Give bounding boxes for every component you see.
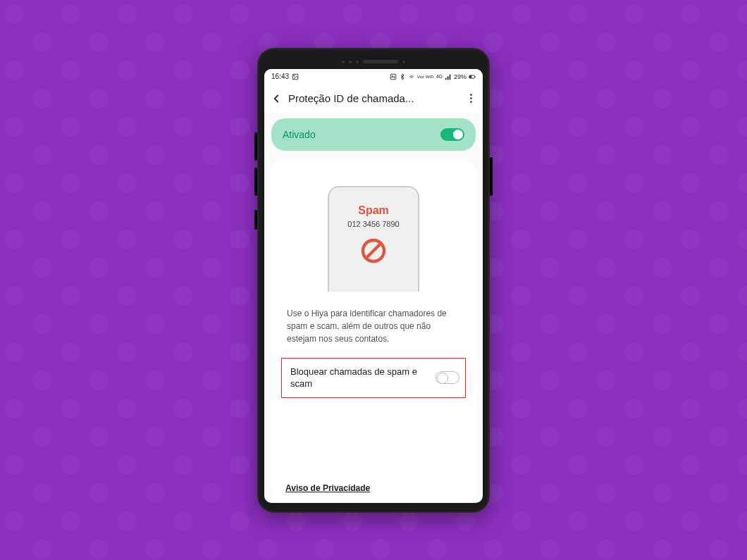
bixby-button[interactable]	[254, 210, 257, 230]
spam-number: 012 3456 7890	[347, 220, 399, 228]
status-signal-type: 4G	[436, 74, 443, 79]
block-spam-label: Bloquear chamadas de spam e scam	[290, 366, 417, 390]
wifi-icon	[408, 73, 415, 80]
volume-down-button[interactable]	[254, 168, 257, 196]
feature-description: Use o Hiya para identificar chamadores d…	[287, 307, 460, 345]
screen: 16:43 Voz WiFi 4G 29% Proteção ID de cha…	[264, 69, 483, 503]
status-battery-percent: 29%	[454, 73, 467, 80]
more-options-icon[interactable]	[464, 92, 477, 105]
privacy-notice-link[interactable]: Aviso de Privacidade	[285, 483, 466, 494]
block-spam-toggle[interactable]	[436, 371, 459, 384]
spam-illustration: Spam 012 3456 7890	[328, 186, 419, 292]
back-icon[interactable]	[270, 92, 283, 105]
phone-frame: 16:43 Voz WiFi 4G 29% Proteção ID de cha…	[257, 48, 490, 513]
page-title: Proteção ID de chamada...	[288, 92, 459, 104]
block-icon	[359, 237, 388, 265]
block-spam-option-row[interactable]: Bloquear chamadas de spam e scam	[281, 358, 466, 398]
status-time: 16:43	[271, 73, 289, 80]
nfc-icon	[390, 73, 397, 80]
svg-point-1	[294, 75, 295, 76]
main-card: Spam 012 3456 7890 Use o Hiya para ident…	[271, 161, 476, 503]
spam-label: Spam	[358, 204, 389, 217]
phone-top-sensors	[264, 55, 483, 69]
activated-toggle[interactable]	[440, 128, 464, 141]
battery-icon	[469, 73, 476, 80]
activated-status-card: Ativado	[271, 118, 476, 151]
power-button[interactable]	[490, 157, 493, 196]
signal-icon	[445, 73, 452, 80]
image-icon	[292, 73, 299, 80]
status-bar: 16:43 Voz WiFi 4G 29%	[264, 69, 483, 85]
svg-line-7	[366, 244, 381, 258]
svg-rect-4	[470, 75, 471, 77]
activated-label: Ativado	[283, 129, 316, 140]
volume-up-button[interactable]	[254, 132, 257, 161]
page-header: Proteção ID de chamada...	[264, 85, 483, 113]
status-voice-wifi: Voz WiFi	[417, 75, 434, 79]
bluetooth-icon	[399, 73, 406, 80]
